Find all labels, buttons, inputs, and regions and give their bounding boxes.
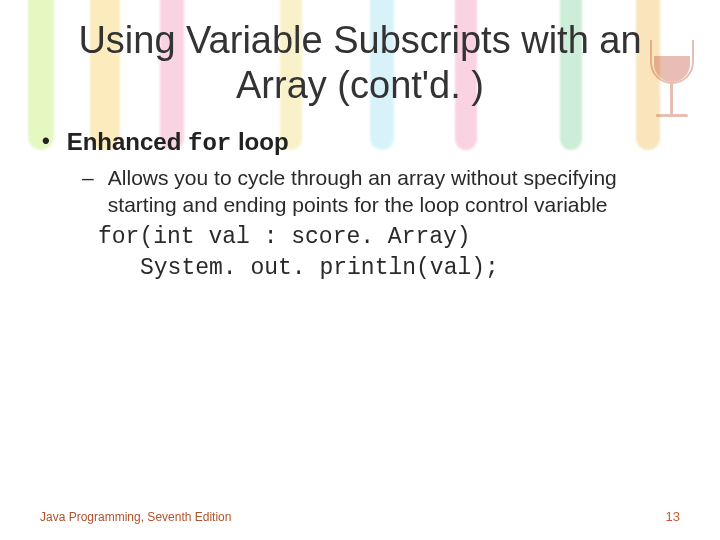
bullet-list-level2: Allows you to cycle through an array wit… <box>42 165 680 219</box>
bullet-code-keyword: for <box>188 130 231 157</box>
sub-bullet-description: Allows you to cycle through an array wit… <box>82 165 680 219</box>
code-line-2: System. out. println(val); <box>98 253 680 284</box>
bullet-prefix: Enhanced <box>67 128 188 155</box>
slide-content: Using Variable Subscripts with an Array … <box>0 0 720 540</box>
footer-page-number: 13 <box>666 509 680 524</box>
bullet-list-level1: Enhanced for loop Allows you to cycle th… <box>40 128 680 285</box>
code-example: for(int val : score. Array) System. out.… <box>98 222 680 284</box>
bullet-enhanced-for: Enhanced for loop Allows you to cycle th… <box>42 128 680 285</box>
code-line-1: for(int val : score. Array) <box>98 222 680 253</box>
bullet-suffix: loop <box>231 128 288 155</box>
sub-bullet-text: Allows you to cycle through an array wit… <box>108 165 668 219</box>
slide-title: Using Variable Subscripts with an Array … <box>40 18 680 108</box>
slide-footer: Java Programming, Seventh Edition 13 <box>40 509 680 524</box>
footer-book-title: Java Programming, Seventh Edition <box>40 510 231 524</box>
